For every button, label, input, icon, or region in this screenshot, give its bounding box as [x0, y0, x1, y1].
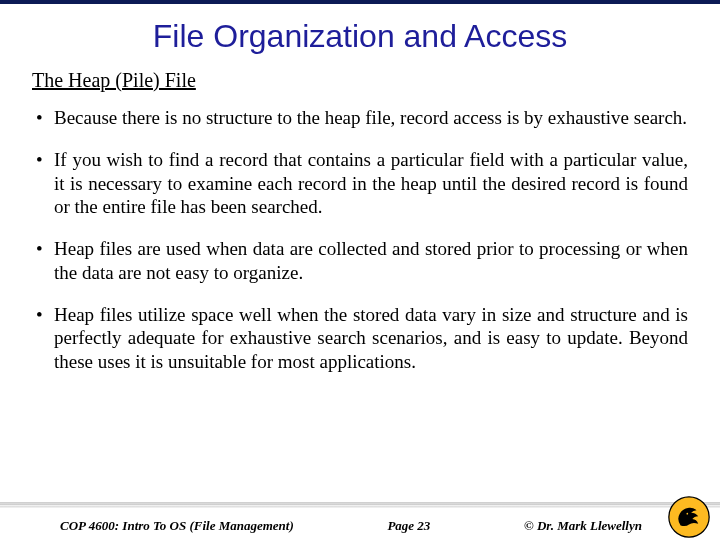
ucf-pegasus-logo-icon — [668, 496, 710, 538]
footer-author: © Dr. Mark Llewellyn — [524, 518, 642, 534]
bullet-item: Heap files are used when data are collec… — [32, 237, 688, 285]
bullet-list: Because there is no structure to the hea… — [32, 106, 688, 374]
slide-title: File Organization and Access — [32, 18, 688, 55]
footer-course: COP 4600: Intro To OS (File Management) — [60, 518, 294, 534]
footer-divider — [0, 502, 720, 508]
footer-page: Page 23 — [387, 518, 430, 534]
slide-footer: COP 4600: Intro To OS (File Management) … — [0, 502, 720, 540]
slide-content: File Organization and Access The Heap (P… — [0, 8, 720, 502]
bullet-item: Heap files utilize space well when the s… — [32, 303, 688, 374]
bullet-item: If you wish to find a record that contai… — [32, 148, 688, 219]
svg-point-1 — [686, 513, 688, 515]
bullet-item: Because there is no structure to the hea… — [32, 106, 688, 130]
slide: File Organization and Access The Heap (P… — [0, 0, 720, 540]
footer-text-row: COP 4600: Intro To OS (File Management) … — [0, 518, 662, 534]
top-border-band — [0, 0, 720, 8]
slide-subtitle: The Heap (Pile) File — [32, 69, 688, 92]
